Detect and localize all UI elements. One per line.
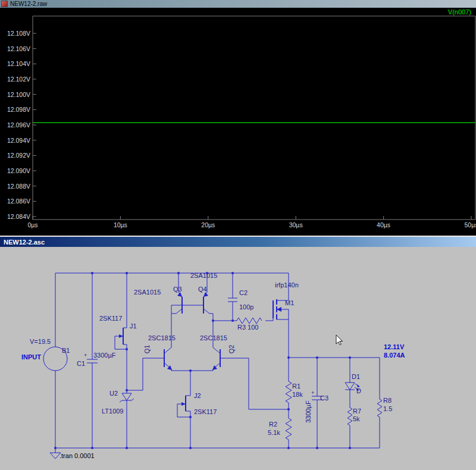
y-tick-label: 12.090V xyxy=(1,167,30,174)
q2-type-label: 2SC1815 xyxy=(200,334,227,341)
q4-type-label: 2SA1015 xyxy=(190,272,217,279)
y-tick-label: 12.094V xyxy=(1,137,30,144)
r3-label: R3 100 xyxy=(237,324,258,331)
q3-type-label: 2SA1015 xyxy=(134,289,161,296)
q4-name-label: Q4 xyxy=(198,286,207,293)
input-net-label: INPUT xyxy=(21,353,41,361)
x-tick-label: 20µs xyxy=(193,221,223,228)
c1-name-label: C1 xyxy=(77,360,85,367)
plot-area[interactable]: V(n007) 12.108V12.106V12.104V12.102V12.1… xyxy=(0,8,476,236)
plot-svg xyxy=(0,8,476,236)
y-tick-label: 12.096V xyxy=(1,121,30,129)
component-j1[interactable] xyxy=(115,328,127,344)
y-axis-labels: 12.108V12.106V12.104V12.102V12.100V12.09… xyxy=(0,8,31,236)
r8-value-label: 1.5 xyxy=(383,405,392,412)
component-q1[interactable] xyxy=(164,347,172,371)
c1-value-label: 3300µF xyxy=(93,352,116,359)
spice-directive[interactable]: .tran 0.0001 xyxy=(60,452,95,459)
r2-value-label: 5.1k xyxy=(268,429,280,436)
component-r3[interactable] xyxy=(237,318,262,324)
component-c1[interactable] xyxy=(87,359,98,363)
r7-name-label: R7 xyxy=(353,408,361,415)
component-r2[interactable] xyxy=(286,418,292,440)
d1-name-label: D1 xyxy=(352,373,360,380)
b1-value-label: V=19.5 xyxy=(30,338,51,345)
component-q4[interactable] xyxy=(203,292,213,314)
r1-name-label: R1 xyxy=(292,383,300,390)
c1-polarity-mark: + xyxy=(84,352,87,358)
schematic-titlebar[interactable]: NEW12-2.asc xyxy=(0,237,476,247)
y-tick-label: 12.088V xyxy=(1,183,30,190)
component-q2[interactable] xyxy=(212,347,220,371)
schematic-window-title: NEW12-2.asc xyxy=(4,239,45,246)
q1-type-label: 2SC1815 xyxy=(148,334,176,341)
x-axis-labels: 0µs10µs20µs30µs40µs50µs xyxy=(0,221,476,230)
y-tick-label: 12.084V xyxy=(1,213,30,220)
c3-value-label: 3300µF xyxy=(305,400,312,423)
schematic-window: NEW12-2.asc xyxy=(0,236,476,470)
y-tick-label: 12.100V xyxy=(1,91,30,98)
j2-name-label: J2 xyxy=(194,392,201,399)
schematic-wires xyxy=(55,273,380,448)
x-tick-label: 30µs xyxy=(281,221,311,228)
y-tick-label: 12.092V xyxy=(1,152,30,159)
schematic-canvas[interactable]: V=19.5 INPUT B1 + 3300µF C1 2SK117 J1 U2… xyxy=(0,247,476,470)
y-tick-label: 12.104V xyxy=(1,60,30,67)
b1-name-label: B1 xyxy=(62,347,70,354)
window-icon xyxy=(1,1,8,7)
waveform-window: NEW12-2.raw V(n007) 12.108V12.106V12.104… xyxy=(0,0,476,236)
c3-polarity-mark: + xyxy=(311,390,314,396)
component-r1[interactable] xyxy=(286,381,292,403)
y-tick-label: 12.086V xyxy=(1,198,30,205)
x-tick-label: 50µs xyxy=(456,221,476,228)
waveform-window-title: NEW12-2.raw xyxy=(10,1,47,7)
r2-name-label: R2 xyxy=(269,421,277,428)
waveform-titlebar[interactable]: NEW12-2.raw xyxy=(0,0,476,8)
q2-name-label: Q2 xyxy=(228,345,235,354)
mouse-cursor xyxy=(336,335,343,345)
component-c2[interactable] xyxy=(228,298,237,302)
d1-type-label: D xyxy=(356,387,361,394)
j2-type-label: 2SK117 xyxy=(194,408,217,415)
u2-name-label: U2 xyxy=(109,390,118,397)
component-j2[interactable] xyxy=(177,396,190,411)
component-u2[interactable] xyxy=(120,393,134,402)
c3-name-label: C3 xyxy=(320,394,328,402)
x-tick-label: 10µs xyxy=(105,221,135,228)
plot-frame xyxy=(33,16,475,220)
x-tick-label: 40µs xyxy=(369,221,399,228)
q3-name-label: Q3 xyxy=(173,286,182,293)
y-tick-label: 12.106V xyxy=(1,45,30,52)
x-tick-label: 0µs xyxy=(18,221,48,228)
component-q3[interactable] xyxy=(171,292,182,314)
component-r7[interactable] xyxy=(347,408,352,425)
u2-type-label: LT1009 xyxy=(102,408,124,415)
output-voltage-readout: 12.11V xyxy=(384,343,405,350)
y-tick-label: 12.098V xyxy=(1,106,30,113)
c2-name-label: C2 xyxy=(239,289,248,296)
r7-value-label: 5k xyxy=(353,415,360,422)
q1-name-label: Q1 xyxy=(143,345,151,354)
j1-name-label: J1 xyxy=(130,322,137,330)
m1-name-label: M1 xyxy=(285,299,294,306)
m1-type-label: irfp140n xyxy=(275,281,299,289)
y-tick-label: 12.108V xyxy=(1,30,30,37)
component-r8[interactable] xyxy=(377,399,382,417)
j1-type-label: 2SK117 xyxy=(99,315,122,322)
output-current-readout: 8.074A xyxy=(384,352,405,359)
y-tick-label: 12.102V xyxy=(1,76,30,83)
r1-value-label: 18k xyxy=(292,391,303,398)
c2-value-label: 100p xyxy=(239,303,253,311)
r8-name-label: R8 xyxy=(383,397,392,404)
